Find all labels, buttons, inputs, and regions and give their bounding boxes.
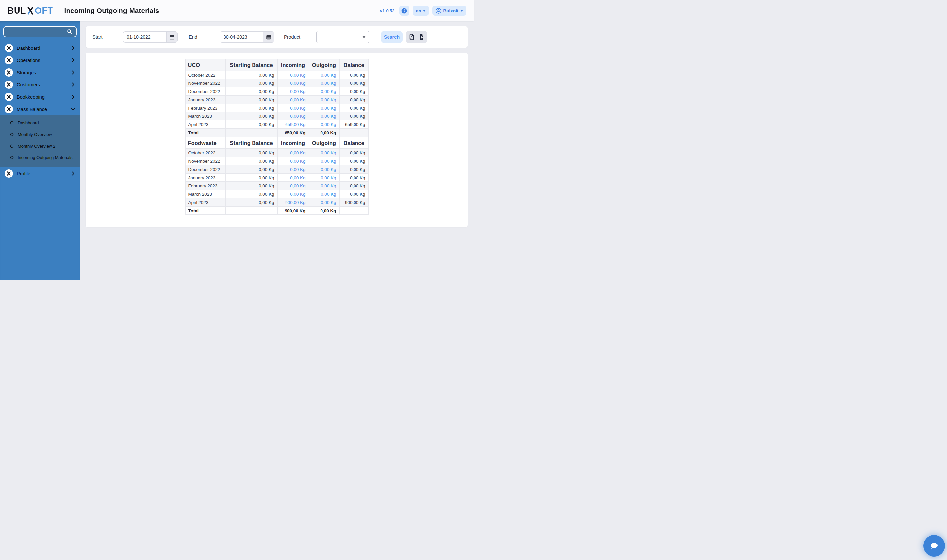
chevron-right-icon [72, 83, 75, 87]
incoming-link[interactable]: 659,00 Kg [277, 120, 309, 129]
sidebar-item-profile[interactable]: Profile [0, 167, 80, 180]
chevron-right-icon [72, 58, 75, 62]
language-label: en [416, 8, 421, 13]
incoming-link[interactable]: 0,00 Kg [277, 112, 309, 120]
sidebar-item-dashboard[interactable]: Dashboard [0, 42, 80, 54]
incoming-link[interactable]: 900,00 Kg [277, 198, 309, 206]
search-button[interactable]: Search [381, 31, 403, 43]
pdf-file-icon [409, 34, 414, 40]
outgoing-link[interactable]: 0,00 Kg [309, 104, 339, 112]
table-total-row: Total659,00 Kg0,00 Kg [185, 129, 368, 137]
table-row: October 20220,00 Kg0,00 Kg0,00 Kg0,00 Kg [185, 149, 368, 157]
end-calendar-button[interactable] [263, 32, 274, 42]
table-row: February 20230,00 Kg0,00 Kg0,00 Kg0,00 K… [185, 104, 368, 112]
outgoing-link[interactable]: 0,00 Kg [309, 112, 339, 120]
file-download-icon [419, 34, 424, 40]
sidebar-item-operations[interactable]: Operations [0, 54, 80, 66]
starting-balance-cell: 0,00 Kg [225, 149, 277, 157]
sidebar-item-mass-balance[interactable]: Mass Balance [0, 103, 80, 115]
column-header-incoming: Incoming [277, 137, 309, 149]
start-date-input[interactable] [123, 32, 166, 42]
balance-cell: 0,00 Kg [339, 182, 368, 190]
outgoing-link[interactable]: 0,00 Kg [309, 96, 339, 104]
month-cell: March 2023 [185, 112, 225, 120]
outgoing-link[interactable]: 0,00 Kg [309, 79, 339, 88]
column-header-incoming: Incoming [277, 59, 309, 71]
starting-balance-cell: 0,00 Kg [225, 88, 277, 96]
table-row: December 20220,00 Kg0,00 Kg0,00 Kg0,00 K… [185, 88, 368, 96]
outgoing-link[interactable]: 0,00 Kg [309, 157, 339, 165]
starting-balance-cell: 0,00 Kg [225, 112, 277, 120]
column-header-outgoing: Outgoing [309, 59, 339, 71]
start-label: Start [92, 34, 123, 40]
product-select[interactable] [316, 31, 370, 43]
incoming-link[interactable]: 0,00 Kg [277, 174, 309, 182]
table-row: October 20220,00 Kg0,00 Kg0,00 Kg0,00 Kg [185, 71, 368, 79]
page-title: Incoming Outgoing Materials [65, 6, 159, 14]
balance-cell: 0,00 Kg [339, 165, 368, 174]
table-row: February 20230,00 Kg0,00 Kg0,00 Kg0,00 K… [185, 182, 368, 190]
outgoing-link[interactable]: 0,00 Kg [309, 182, 339, 190]
starting-balance-cell: 0,00 Kg [225, 182, 277, 190]
sidebar: Dashboard Operations [0, 21, 80, 280]
search-icon [67, 29, 72, 34]
language-dropdown[interactable]: en [413, 6, 429, 15]
incoming-link[interactable]: 0,00 Kg [277, 149, 309, 157]
chevron-right-icon [72, 95, 75, 99]
user-menu[interactable]: Bulxoft [433, 6, 467, 15]
start-calendar-button[interactable] [166, 32, 177, 42]
export-button-group [406, 31, 428, 43]
logo-x-icon [26, 6, 34, 15]
sidebar-item-storages[interactable]: Storages [0, 66, 80, 78]
incoming-link[interactable]: 0,00 Kg [277, 96, 309, 104]
sidebar-search-button[interactable] [63, 27, 76, 37]
outgoing-link[interactable]: 0,00 Kg [309, 120, 339, 129]
sidebar-search-input[interactable] [4, 27, 63, 37]
month-cell: December 2022 [185, 88, 225, 96]
outgoing-link[interactable]: 0,00 Kg [309, 88, 339, 96]
month-cell: February 2023 [185, 104, 225, 112]
month-cell: February 2023 [185, 182, 225, 190]
table-row: January 20230,00 Kg0,00 Kg0,00 Kg0,00 Kg [185, 174, 368, 182]
incoming-link[interactable]: 0,00 Kg [277, 104, 309, 112]
incoming-link[interactable]: 0,00 Kg [277, 182, 309, 190]
sidebar-subitem-monthly-overview-2[interactable]: Monthly Overview 2 [0, 140, 80, 152]
incoming-link[interactable]: 0,00 Kg [277, 190, 309, 198]
export-pdf-button[interactable] [409, 34, 414, 40]
circle-bullet-icon [10, 156, 14, 159]
person-icon [436, 8, 441, 14]
logo-text-left: BUL [7, 6, 26, 16]
column-header-balance: Balance [339, 137, 368, 149]
export-download-button[interactable] [419, 34, 424, 40]
incoming-link[interactable]: 0,00 Kg [277, 79, 309, 88]
outgoing-link[interactable]: 0,00 Kg [309, 198, 339, 206]
sidebar-subitem-incoming-outgoing-materials[interactable]: Incoming Outgoing Materials [0, 152, 80, 163]
table-total-row: Total900,00 Kg0,00 Kg [185, 206, 368, 215]
sidebar-item-customers[interactable]: Customers [0, 78, 80, 91]
outgoing-link[interactable]: 0,00 Kg [309, 165, 339, 174]
chevron-right-icon [72, 171, 75, 175]
incoming-link[interactable]: 0,00 Kg [277, 71, 309, 79]
total-balance-cell [339, 129, 368, 137]
outgoing-link[interactable]: 0,00 Kg [309, 149, 339, 157]
sidebar-item-bookkeeping[interactable]: Bookkeeping [0, 91, 80, 103]
sidebar-subitem-dashboard[interactable]: Dashboard [0, 117, 80, 129]
end-date-input[interactable] [220, 32, 263, 42]
incoming-link[interactable]: 0,00 Kg [277, 157, 309, 165]
total-label: Total [185, 206, 225, 215]
balance-cell: 0,00 Kg [339, 174, 368, 182]
incoming-link[interactable]: 0,00 Kg [277, 88, 309, 96]
sidebar-menu: Dashboard Operations [0, 42, 80, 180]
bulxoft-x-icon [5, 56, 13, 65]
incoming-link[interactable]: 0,00 Kg [277, 165, 309, 174]
outgoing-link[interactable]: 0,00 Kg [309, 174, 339, 182]
month-cell: November 2022 [185, 157, 225, 165]
total-starting-cell [225, 129, 277, 137]
sidebar-subitem-monthly-overview[interactable]: Monthly Overview [0, 129, 80, 140]
outgoing-link[interactable]: 0,00 Kg [309, 71, 339, 79]
outgoing-link[interactable]: 0,00 Kg [309, 190, 339, 198]
balance-cell: 659,00 Kg [339, 120, 368, 129]
column-header-starting-balance: Starting Balance [225, 59, 277, 71]
sidebar-submenu: Dashboard Monthly Overview Monthly Overv… [0, 115, 80, 167]
info-button[interactable] [399, 6, 409, 15]
